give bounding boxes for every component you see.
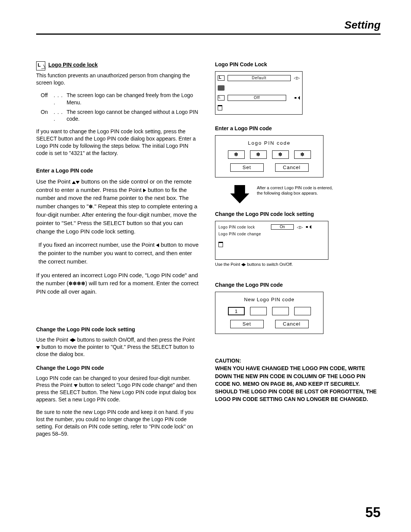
note-text: After a correct Logo PIN code is entered… (257, 185, 333, 196)
quit-icon (218, 242, 223, 247)
page-number: 55 (365, 505, 381, 521)
cancel-button: Cancel (275, 163, 309, 172)
body-text: Use the Point buttons to switch On/Off, … (36, 336, 200, 358)
dialog-buttons: Set Cancel (221, 320, 318, 328)
pin-digit (272, 307, 289, 315)
figure-logo-pin-lock-menu: Default ◁▷ Off (215, 71, 303, 115)
text-run: button to move the pointer to "Quit." Pr… (36, 344, 194, 357)
body-text: If you entered an incorrect Logo PIN cod… (36, 271, 200, 296)
value-box: On (271, 224, 294, 230)
pin-digit: 1 (228, 307, 245, 315)
menu-row (218, 104, 300, 111)
figure-caption: Use the Point buttons to switch On/Off. (215, 262, 379, 267)
section-title: Enter a Logo PIN code (36, 168, 200, 174)
dialog-row (218, 241, 325, 248)
section-title: Change the Logo PIN code (36, 365, 200, 371)
left-column: Logo PIN code lock This function prevent… (36, 61, 200, 443)
right-icon (143, 189, 146, 192)
dialog-row: Logo PIN code lock On ◁▷ (218, 224, 325, 230)
pin-digit: ✽ (250, 150, 267, 159)
logo-pin-icon (36, 61, 45, 70)
text-run: Use the Point (215, 262, 241, 267)
pointer-arrow-icon (306, 225, 311, 229)
body-text: Be sure to note the new Logo PIN code an… (36, 409, 200, 438)
option-list: Off . . . . The screen logo can be chang… (41, 92, 200, 123)
text-run: Use the Point (36, 337, 70, 343)
caution-label: CAUTION: (215, 357, 379, 364)
option-off: Off . . . . The screen logo can be chang… (41, 92, 200, 106)
up-icon (72, 181, 76, 184)
logo-select-icon (218, 75, 225, 81)
updown-icon: ◁▷ (294, 77, 300, 80)
body-text: Use the Point buttons on the side contro… (36, 177, 200, 235)
option-desc: The screen logo cannot be changed withou… (67, 109, 200, 123)
pin-digit: ✽ (294, 150, 311, 159)
text-run: Use the Point (36, 178, 72, 185)
dialog-title: New Logo PIN code (221, 297, 318, 302)
figure-title: Change the Logo PIN code (215, 282, 379, 288)
pointer-arrow-icon (295, 96, 300, 100)
asterisk-icon: ✽✽✽✽ (68, 281, 85, 286)
pin-digit: ✽ (272, 150, 289, 159)
body-text: If you fixed an incorrect number, use th… (36, 241, 200, 265)
section-title: Change the Logo PIN code lock setting (36, 326, 200, 332)
text-run: If you fixed an incorrect number, use th… (38, 241, 156, 248)
row-label: Logo PIN code change (218, 232, 268, 236)
figure-title: Logo PIN Code Lock (215, 61, 379, 67)
section-logo-pin-lock: Logo PIN code lock This function prevent… (36, 61, 200, 157)
page-title: Setting (36, 19, 381, 31)
down-icon (36, 346, 40, 349)
quit-icon (218, 105, 222, 110)
set-button: Set (230, 320, 264, 328)
dots: . . . . (54, 92, 67, 106)
asterisk-icon: ✽ (89, 204, 93, 209)
option-on: On . . . . The screen logo cannot be cha… (41, 109, 200, 123)
arrow-note: After a correct Logo PIN code is entered… (230, 185, 379, 204)
leftright-icon: ◁▷ (297, 225, 303, 229)
value-box: Default (228, 75, 291, 81)
pin-digit-row: ✽ ✽ ✽ ✽ (221, 150, 318, 159)
set-button: Set (230, 163, 264, 172)
body-text: If you want to change the Logo PIN code … (36, 128, 200, 157)
text-run: buttons to switch On/Off, and then press… (76, 337, 195, 343)
cancel-button: Cancel (275, 320, 309, 328)
body-text: Logo PIN code can be changed to your des… (36, 375, 200, 404)
menu-row (218, 85, 300, 91)
left-icon (70, 338, 73, 342)
text-run: buttons to switch On/Off. (246, 262, 293, 267)
pin-digit (250, 307, 267, 315)
dialog-row: Logo PIN code change (218, 230, 325, 237)
pin-digit (294, 307, 311, 315)
caution-block: CAUTION: WHEN YOU HAVE CHANGED THE LOGO … (215, 357, 379, 403)
right-column: Logo PIN Code Lock Default ◁▷ Off (215, 61, 379, 443)
option-label: On (41, 109, 54, 123)
dots: . . . . (54, 109, 67, 123)
value-box: Off (228, 95, 286, 101)
pin-digit: ✽ (228, 150, 245, 159)
down-icon (74, 384, 78, 387)
section-enter-pin: Enter a Logo PIN code Use the Point butt… (36, 168, 200, 296)
page-header: Setting (36, 19, 381, 35)
down-icon (76, 181, 80, 184)
down-arrow-icon (230, 185, 249, 204)
option-desc: The screen logo can be changed freely fr… (67, 92, 200, 106)
pin-digit-row: 1 (221, 307, 318, 315)
figure-enter-pin-dialog: Logo PIN code ✽ ✽ ✽ ✽ Set Cancel (215, 135, 323, 177)
section-title: Logo PIN code lock (48, 62, 98, 68)
section-change-pin: Change the Logo PIN code Logo PIN code c… (36, 365, 200, 438)
option-label: Off (41, 92, 54, 106)
row-label: Logo PIN code lock (218, 225, 268, 229)
body-text: This function prevents an unauthorized p… (36, 72, 200, 86)
menu-row: Off (218, 94, 300, 101)
figure-change-lock-dialog: Logo PIN code lock On ◁▷ Logo PIN code c… (215, 221, 328, 260)
dialog-title: Logo PIN code (221, 140, 318, 146)
section-change-lock: Change the Logo PIN code lock setting Us… (36, 326, 200, 358)
dialog-buttons: Set Cancel (221, 163, 318, 172)
menu-row: Default ◁▷ (218, 75, 300, 81)
capture-icon (218, 85, 225, 91)
figure-title: Enter a Logo PIN code (215, 125, 379, 131)
logo-pin-icon (218, 95, 225, 101)
right-icon (73, 338, 76, 342)
caution-body: WHEN YOU HAVE CHANGED THE LOGO PIN CODE,… (215, 364, 379, 403)
figure-title: Change the Logo PIN code lock setting (215, 211, 379, 217)
